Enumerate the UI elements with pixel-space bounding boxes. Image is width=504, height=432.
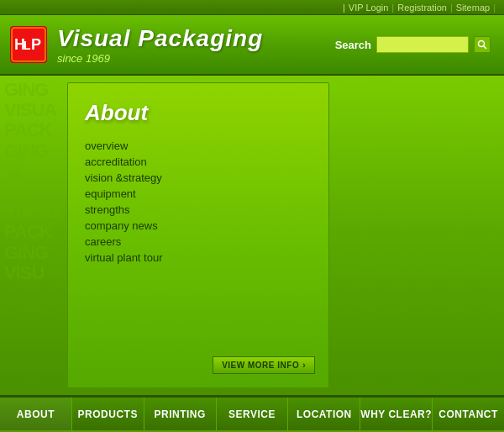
sep3: | <box>493 3 496 13</box>
svg-text:L: L <box>24 39 31 52</box>
logo-title: Visual Packaging <box>57 25 263 52</box>
header: H L P Visual Packaging since 1969 Search <box>0 15 504 76</box>
sitemap-link[interactable]: Sitemap <box>456 3 490 13</box>
svg-line-7 <box>484 46 487 50</box>
sep1: | <box>391 3 394 13</box>
search-label: Search <box>335 39 371 51</box>
content-panel: About overviewaccreditationvision &strat… <box>67 82 329 388</box>
separator: | <box>343 3 345 13</box>
bottom-nav-item-about[interactable]: ABOUT <box>0 398 72 430</box>
view-more-button[interactable]: VIEW MORE INFO › <box>213 356 315 374</box>
logo-icon: H L P <box>8 24 49 65</box>
nav-link[interactable]: careers <box>85 235 312 248</box>
bottom-nav: ABOUTPRODUCTSPRINTINGSERVICELOCATIONWHY … <box>0 397 504 430</box>
logo-since: since 1969 <box>57 52 263 65</box>
sidebar-watermark: GINGVISUAPACKGINGVIPAXGINGPACKGINGVISU <box>0 76 67 395</box>
svg-point-6 <box>479 41 485 47</box>
nav-link[interactable]: vision &strategy <box>85 171 312 184</box>
bottom-nav-item-location[interactable]: LOCATION <box>288 398 360 430</box>
right-panel <box>336 76 504 395</box>
search-icon <box>477 40 487 50</box>
nav-link[interactable]: accreditation <box>85 155 312 168</box>
nav-link[interactable]: company news <box>85 219 312 232</box>
bottom-nav-item-printing[interactable]: PRINTING <box>144 398 217 430</box>
sep2: | <box>450 3 453 13</box>
nav-link[interactable]: equipment <box>85 187 312 200</box>
vip-login-link[interactable]: VIP Login <box>349 3 389 13</box>
nav-links: overviewaccreditationvision &strategyequ… <box>85 140 312 264</box>
nav-link[interactable]: overview <box>85 140 312 152</box>
bottom-nav-item-contanct[interactable]: CONTANCT <box>433 398 504 430</box>
main-area: GINGVISUAPACKGINGVIPAXGINGPACKGINGVISU A… <box>0 76 504 397</box>
section-title: About <box>85 100 312 126</box>
search-area: Search <box>335 36 491 53</box>
nav-link[interactable]: virtual plant tour <box>85 251 312 264</box>
top-bar: | VIP Login | Registration | Sitemap | <box>0 0 504 15</box>
nav-link[interactable]: strengths <box>85 203 312 216</box>
search-button[interactable] <box>474 36 491 53</box>
view-more-label: VIEW MORE INFO <box>222 361 299 370</box>
arrow-icon: › <box>302 361 306 370</box>
logo-text: Visual Packaging since 1969 <box>57 25 263 65</box>
registration-link[interactable]: Registration <box>397 3 447 13</box>
bottom-nav-item-whyclear[interactable]: WHY CLEAR? <box>360 398 433 430</box>
watermark-text: GINGVISUAPACKGINGVIPAXGINGPACKGINGVISU <box>4 80 67 283</box>
logo-area: H L P Visual Packaging since 1969 <box>8 24 263 65</box>
svg-text:P: P <box>31 36 41 53</box>
bottom-nav-item-service[interactable]: SERVICE <box>217 398 289 430</box>
bottom-nav-item-products[interactable]: PRODUCTS <box>72 398 144 430</box>
search-input[interactable] <box>376 36 469 53</box>
